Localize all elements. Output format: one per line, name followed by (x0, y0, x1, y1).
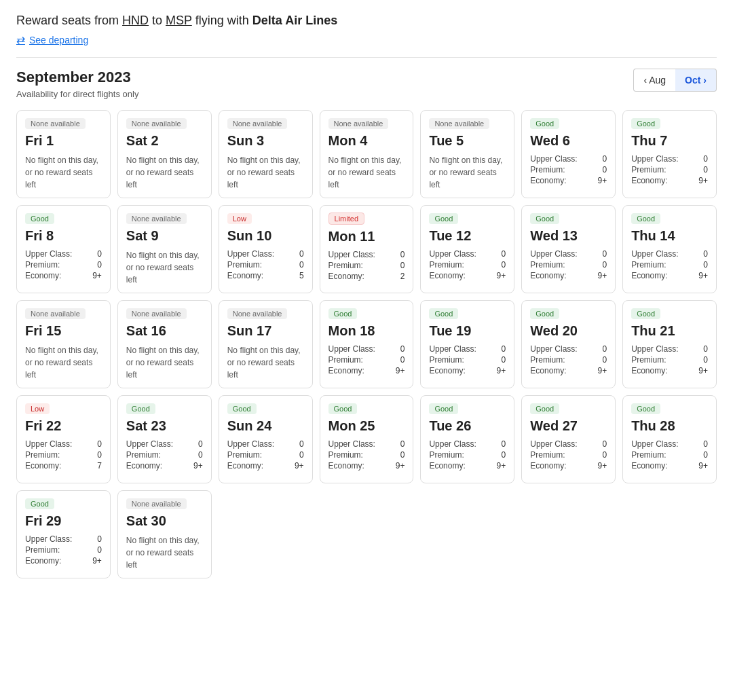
day-card[interactable]: GoodMon 18Upper Class:0Premium:0Economy:… (320, 300, 414, 388)
seat-count-value: 0 (602, 355, 607, 365)
economy-row: Economy:2 (328, 272, 405, 281)
seat-type-label: Economy: (126, 461, 162, 471)
prev-month-label: Aug (649, 75, 666, 86)
day-card[interactable]: GoodSun 24Upper Class:0Premium:0Economy:… (219, 395, 313, 483)
seat-count-value: 0 (97, 249, 102, 259)
seat-count-value: 9+ (698, 461, 708, 471)
seat-type-label: Upper Class: (429, 439, 476, 449)
day-card[interactable]: None availableSat 2No flight on this day… (117, 110, 212, 198)
seat-type-label: Economy: (227, 461, 263, 471)
availability-badge: None available (25, 308, 86, 319)
seat-count-value: 0 (97, 545, 102, 555)
seat-type-label: Upper Class: (631, 439, 678, 449)
day-label: Fri 8 (25, 228, 102, 244)
no-flight-text: No flight on this day, or no reward seat… (25, 154, 102, 191)
seat-type-label: Economy: (530, 366, 566, 375)
upper-class-row: Upper Class:0 (631, 249, 708, 259)
premium-row: Premium:0 (328, 450, 405, 460)
seat-type-label: Upper Class: (328, 439, 375, 449)
economy-row: Economy:9+ (328, 461, 405, 471)
arrows-icon: ⇄ (16, 33, 25, 46)
day-card[interactable]: None availableTue 5No flight on this day… (420, 110, 514, 198)
day-card[interactable]: None availableSat 16No flight on this da… (117, 300, 212, 388)
title-middle: to (149, 14, 166, 27)
economy-row: Economy:9+ (631, 461, 708, 471)
seat-type-label: Premium: (631, 165, 666, 174)
seat-type-label: Premium: (429, 260, 464, 270)
day-card[interactable]: GoodSat 23Upper Class:0Premium:0Economy:… (117, 395, 212, 483)
day-card[interactable]: GoodWed 27Upper Class:0Premium:0Economy:… (521, 395, 616, 483)
availability-badge: Good (227, 403, 257, 414)
availability-badge: None available (126, 118, 187, 129)
day-card[interactable]: None availableSun 17No flight on this da… (219, 300, 313, 388)
seat-type-label: Premium: (631, 260, 666, 270)
day-card[interactable]: GoodFri 8Upper Class:0Premium:0Economy:9… (16, 205, 111, 293)
seat-count-value: 9+ (597, 271, 607, 280)
seat-type-label: Economy: (25, 556, 61, 566)
seat-type-label: Economy: (227, 271, 263, 280)
seat-type-label: Premium: (530, 450, 565, 460)
seat-count-value: 9+ (396, 366, 405, 375)
seat-count-value: 0 (299, 249, 304, 259)
seat-type-label: Upper Class: (530, 154, 577, 164)
seat-type-label: Premium: (530, 355, 565, 365)
seat-type-label: Economy: (25, 461, 61, 471)
day-card[interactable]: LowSun 10Upper Class:0Premium:0Economy:5 (219, 205, 313, 293)
no-flight-text: No flight on this day, or no reward seat… (126, 249, 203, 286)
availability-badge: Good (126, 403, 155, 414)
day-card[interactable]: LowFri 22Upper Class:0Premium:0Economy:7 (16, 395, 111, 483)
airline-name: Delta Air Lines (252, 14, 337, 27)
seat-type-label: Premium: (328, 355, 363, 365)
day-card[interactable]: GoodFri 29Upper Class:0Premium:0Economy:… (16, 490, 111, 578)
seat-type-label: Upper Class: (429, 249, 476, 259)
economy-row: Economy:9+ (530, 366, 607, 375)
day-card[interactable]: GoodWed 20Upper Class:0Premium:0Economy:… (521, 300, 616, 388)
next-month-button[interactable]: Oct › (675, 69, 717, 92)
day-card[interactable]: None availableSat 30No flight on this da… (117, 490, 212, 578)
day-label: Tue 19 (429, 323, 506, 339)
availability-badge: None available (429, 118, 489, 129)
seat-count-value: 0 (703, 439, 708, 449)
seat-type-label: Economy: (530, 461, 566, 471)
day-card[interactable]: GoodMon 25Upper Class:0Premium:0Economy:… (320, 395, 414, 483)
day-card[interactable]: GoodThu 28Upper Class:0Premium:0Economy:… (622, 395, 717, 483)
day-card[interactable]: GoodThu 21Upper Class:0Premium:0Economy:… (622, 300, 717, 388)
day-card[interactable]: GoodTue 19Upper Class:0Premium:0Economy:… (420, 300, 514, 388)
prev-month-button[interactable]: ‹ Aug (633, 69, 675, 92)
day-card[interactable]: None availableMon 4No flight on this day… (320, 110, 414, 198)
upper-class-row: Upper Class:0 (530, 344, 607, 354)
upper-class-row: Upper Class:0 (530, 249, 607, 259)
see-departing-link[interactable]: ⇄ See departing (16, 33, 717, 46)
availability-badge: Good (429, 213, 458, 224)
day-card[interactable]: None availableFri 1No flight on this day… (16, 110, 111, 198)
seat-count-value: 0 (198, 450, 203, 460)
day-card[interactable]: GoodTue 26Upper Class:0Premium:0Economy:… (420, 395, 514, 483)
day-label: Fri 22 (25, 418, 102, 434)
economy-row: Economy:9+ (25, 556, 102, 566)
see-departing-label: See departing (29, 35, 88, 45)
day-card[interactable]: None availableSat 9No flight on this day… (117, 205, 212, 293)
upper-class-row: Upper Class:0 (328, 439, 405, 449)
seat-count-value: 0 (400, 261, 405, 270)
day-label: Sun 3 (227, 133, 304, 149)
seat-type-label: Premium: (631, 450, 666, 460)
seat-count-value: 0 (400, 250, 405, 259)
premium-row: Premium:0 (530, 355, 607, 365)
day-card[interactable]: None availableFri 15No flight on this da… (16, 300, 111, 388)
premium-row: Premium:0 (530, 260, 607, 270)
economy-row: Economy:9+ (227, 461, 304, 471)
upper-class-row: Upper Class:0 (530, 154, 607, 164)
premium-row: Premium:0 (328, 261, 405, 270)
day-card[interactable]: GoodThu 7Upper Class:0Premium:0Economy:9… (622, 110, 717, 198)
day-card[interactable]: GoodTue 12Upper Class:0Premium:0Economy:… (420, 205, 514, 293)
day-card[interactable]: None availableSun 3No flight on this day… (219, 110, 313, 198)
day-label: Mon 18 (328, 323, 405, 339)
day-card[interactable]: GoodWed 6Upper Class:0Premium:0Economy:9… (521, 110, 616, 198)
day-card[interactable]: GoodThu 14Upper Class:0Premium:0Economy:… (622, 205, 717, 293)
day-label: Wed 13 (530, 228, 607, 244)
availability-badge: Good (631, 118, 660, 129)
day-card[interactable]: GoodWed 13Upper Class:0Premium:0Economy:… (521, 205, 616, 293)
seat-type-label: Upper Class: (631, 249, 678, 259)
day-card[interactable]: LimitedMon 11Upper Class:0Premium:0Econo… (320, 205, 414, 293)
seat-type-label: Economy: (631, 461, 667, 471)
